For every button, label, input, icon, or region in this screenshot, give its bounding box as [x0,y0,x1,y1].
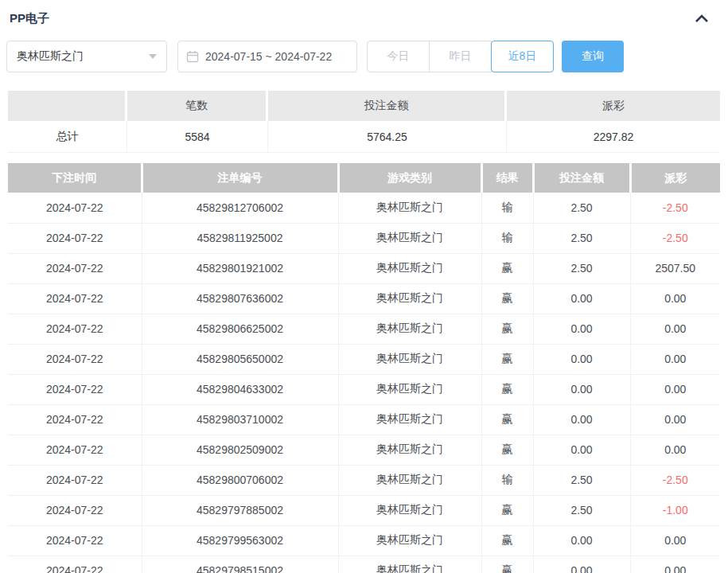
bet-time-cell: 2024-07-22 [8,404,142,435]
table-row: 2024-07-2245829801921002奥林匹斯之门赢2.502507.… [8,253,720,283]
order-no-cell: 45829798515002 [142,555,338,573]
bet-time-cell: 2024-07-22 [8,495,142,525]
game-type-cell: 奥林匹斯之门 [338,344,481,374]
game-type-cell: 奥林匹斯之门 [338,495,481,525]
game-type-cell: 奥林匹斯之门 [338,314,481,344]
payout-cell: 0.00 [630,555,720,573]
table-row: 2024-07-2245829806625002奥林匹斯之门赢0.000.00 [8,314,720,344]
summary-bet-amount-value: 5764.25 [268,121,507,153]
bet-time-cell: 2024-07-22 [8,344,142,374]
table-row: 2024-07-2245829812706002奥林匹斯之门输2.50-2.50 [8,193,720,223]
game-type-cell: 奥林匹斯之门 [338,404,481,435]
header-payout: 派彩 [630,163,720,193]
header-result: 结果 [481,163,533,193]
game-type-cell: 奥林匹斯之门 [338,374,481,404]
result-cell: 赢 [481,374,533,404]
payout-cell: 2507.50 [630,253,720,283]
order-no-cell: 45829812706002 [142,193,338,223]
order-no-cell: 45829799563002 [142,525,338,555]
bet-time-cell: 2024-07-22 [8,253,142,283]
order-no-cell: 45829802509002 [142,435,338,465]
bet-time-cell: 2024-07-22 [8,465,142,495]
records-table-head: 下注时间 注单编号 游戏类别 结果 投注金额 派彩 [8,163,720,193]
panel-header: PP电子 [0,0,728,27]
summary-total-label: 总计 [8,121,127,153]
chevron-up-icon[interactable] [695,14,709,23]
order-no-cell: 45829801921002 [142,253,338,283]
table-row: 2024-07-2245829802509002奥林匹斯之门赢0.000.00 [8,435,720,465]
table-row: 2024-07-2245829797885002奥林匹斯之门赢2.50-1.00 [8,495,720,525]
summary-header-row: 笔数 投注金额 派彩 [8,91,720,121]
order-no-cell: 45829806625002 [142,314,338,344]
result-cell: 输 [481,223,533,253]
result-cell: 赢 [481,525,533,555]
date-range-value: 2024-07-15 ~ 2024-07-22 [205,50,332,63]
payout-cell: 0.00 [630,525,720,555]
bet-amount-cell: 0.00 [533,344,630,374]
result-cell: 赢 [481,404,533,435]
payout-cell: 0.00 [630,344,720,374]
summary-table: 笔数 投注金额 派彩 总计 5584 5764.25 2297.82 [8,91,720,153]
result-cell: 赢 [481,495,533,525]
order-no-cell: 45829807636002 [142,283,338,314]
payout-cell: -2.50 [630,465,720,495]
order-no-cell: 45829800706002 [142,465,338,495]
game-type-cell: 奥林匹斯之门 [338,253,481,283]
result-cell: 输 [481,193,533,223]
summary-count-value: 5584 [127,121,268,153]
bet-time-cell: 2024-07-22 [8,555,142,573]
bet-time-cell: 2024-07-22 [8,223,142,253]
summary-payout-value: 2297.82 [507,121,720,153]
result-cell: 赢 [481,253,533,283]
page-title: PP电子 [10,11,49,26]
table-row: 2024-07-2245829803710002奥林匹斯之门赢0.000.00 [8,404,720,435]
order-no-cell: 45829803710002 [142,404,338,435]
game-type-cell: 奥林匹斯之门 [338,435,481,465]
payout-cell: 0.00 [630,283,720,314]
bet-amount-cell: 0.00 [533,404,630,435]
records-table-body: 2024-07-2245829812706002奥林匹斯之门输2.50-2.50… [8,193,720,573]
summary-header-blank [8,91,127,121]
table-row: 2024-07-2245829798515002奥林匹斯之门赢0.000.00 [8,555,720,573]
query-button[interactable]: 查询 [562,41,624,72]
bet-amount-cell: 2.50 [533,253,630,283]
table-row: 2024-07-2245829807636002奥林匹斯之门赢0.000.00 [8,283,720,314]
result-cell: 赢 [481,314,533,344]
bet-amount-cell: 0.00 [533,525,630,555]
table-row: 2024-07-2245829799563002奥林匹斯之门赢0.000.00 [8,525,720,555]
bet-amount-cell: 0.00 [533,314,630,344]
records-table: 下注时间 注单编号 游戏类别 结果 投注金额 派彩 2024-07-224582… [8,163,720,573]
game-type-cell: 奥林匹斯之门 [338,555,481,573]
game-type-cell: 奥林匹斯之门 [338,193,481,223]
bet-time-cell: 2024-07-22 [8,314,142,344]
bet-amount-cell: 2.50 [533,495,630,525]
bet-amount-cell: 0.00 [533,374,630,404]
bet-amount-cell: 0.00 [533,555,630,573]
game-type-cell: 奥林匹斯之门 [338,283,481,314]
payout-cell: -2.50 [630,223,720,253]
bet-amount-cell: 2.50 [533,465,630,495]
game-type-cell: 奥林匹斯之门 [338,223,481,253]
game-select-value: 奥林匹斯之门 [17,49,84,64]
quick-range-button[interactable]: 近8日 [491,41,554,72]
bet-amount-cell: 0.00 [533,435,630,465]
order-no-cell: 45829804633002 [142,374,338,404]
summary-total-row: 总计 5584 5764.25 2297.82 [8,121,720,153]
game-type-cell: 奥林匹斯之门 [338,465,481,495]
date-range-picker[interactable]: 2024-07-15 ~ 2024-07-22 [177,41,357,72]
filter-bar: 奥林匹斯之门 2024-07-15 ~ 2024-07-22 今日昨日近8日 查… [0,27,728,73]
payout-cell: 0.00 [630,435,720,465]
payout-cell: 0.00 [630,374,720,404]
summary-header-count: 笔数 [127,91,268,121]
quick-range-button[interactable]: 今日 [367,41,430,72]
payout-cell: -2.50 [630,193,720,223]
order-no-cell: 45829805650002 [142,344,338,374]
bet-time-cell: 2024-07-22 [8,525,142,555]
bet-amount-cell: 2.50 [533,193,630,223]
summary-header-payout: 派彩 [507,91,720,121]
result-cell: 赢 [481,344,533,374]
header-order-no: 注单编号 [142,163,338,193]
game-select[interactable]: 奥林匹斯之门 [6,41,167,72]
pp-electronic-panel: PP电子 奥林匹斯之门 2024-07-15 ~ 2024-07-22 今日昨 [0,0,728,573]
quick-range-button[interactable]: 昨日 [429,41,492,72]
